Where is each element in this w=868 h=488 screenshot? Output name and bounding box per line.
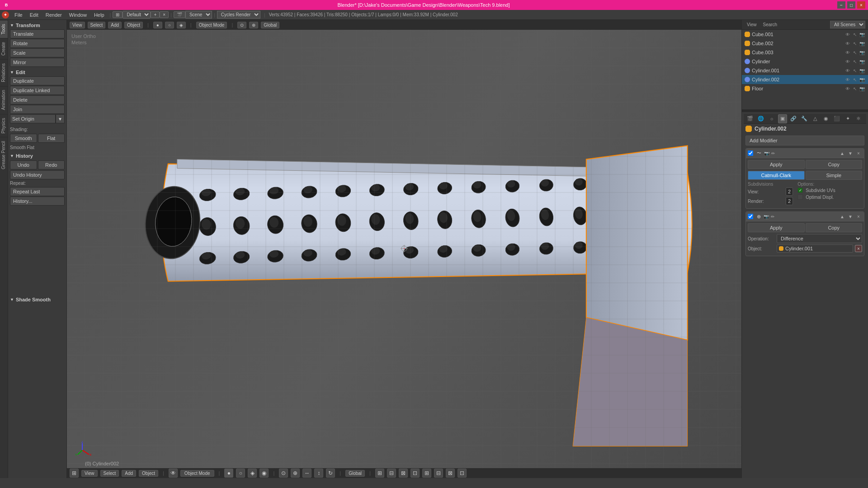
prop-tab-render[interactable]: 🎬 — [745, 114, 755, 123]
translate-button[interactable]: Translate — [10, 29, 65, 38]
menu-file[interactable]: File — [11, 11, 26, 19]
menu-window[interactable]: Window — [66, 11, 90, 19]
layout-icon-btn[interactable]: ⊞ — [113, 11, 123, 18]
vp-footer-snap4[interactable]: ⊡ — [410, 469, 420, 478]
layout-remove-btn[interactable]: × — [160, 11, 169, 18]
cylinder001-cursor[interactable]: ↖ — [852, 67, 858, 74]
subdivision-toggle[interactable] — [748, 150, 753, 156]
cylinder002-vis[interactable]: 👁 — [844, 76, 851, 83]
vp-footer-snap8[interactable]: ⊡ — [458, 469, 467, 478]
operation-select[interactable]: Difference Union Intersect — [777, 234, 862, 243]
layout-select[interactable]: Default — [123, 11, 151, 19]
subdivision-catmull-btn[interactable]: Catmull-Clark — [748, 171, 805, 180]
tab-relations[interactable]: Relations — [0, 59, 8, 86]
outliner-item-cube002[interactable]: Cube.002 👁 ↖ 📷 — [742, 39, 868, 48]
all-scenes-select[interactable]: All Scenes — [830, 21, 865, 28]
outliner-item-cylinder001[interactable]: Cylinder.001 👁 ↖ 📷 — [742, 66, 868, 75]
redo-button[interactable]: Redo — [38, 160, 65, 169]
boolean-apply-btn[interactable]: Apply — [748, 223, 805, 232]
vp-footer-pivot[interactable]: ⊙ — [279, 469, 288, 478]
bool-object-remove-btn[interactable]: × — [855, 245, 862, 252]
prop-tab-data[interactable]: △ — [811, 114, 820, 123]
history-button[interactable]: History... — [10, 197, 65, 206]
vp-footer-solid-icon[interactable]: ● — [224, 469, 233, 478]
vp-tex-btn[interactable]: ◈ — [177, 22, 186, 28]
vp-object-btn[interactable]: Object — [124, 22, 143, 28]
rotate-button[interactable]: Rotate — [10, 39, 65, 48]
prop-tab-modifiers[interactable]: 🔧 — [800, 114, 809, 123]
maximize-button[interactable]: □ — [847, 1, 855, 9]
subdivision-down-btn[interactable]: ▼ — [847, 150, 854, 157]
duplicate-linked-button[interactable]: Duplicate Linked — [10, 86, 65, 95]
tab-tools[interactable]: Tools — [0, 20, 8, 38]
prop-tab-physics[interactable]: ⚛ — [854, 114, 863, 123]
vp-view-btn[interactable]: View — [70, 22, 85, 28]
outliner-view-btn[interactable]: View — [745, 21, 759, 28]
cube001-render[interactable]: 📷 — [859, 31, 865, 38]
view-value[interactable]: 2 — [786, 188, 793, 196]
tab-create[interactable]: Create — [0, 38, 8, 59]
vp-footer-add[interactable]: Add — [122, 470, 136, 477]
scene-select[interactable]: Scene — [185, 11, 212, 19]
outliner-item-cube003[interactable]: Cube.003 👁 ↖ 📷 — [742, 48, 868, 57]
prop-tab-constraints[interactable]: 🔗 — [789, 114, 798, 123]
vp-footer-manip3[interactable]: ↕ — [314, 469, 323, 478]
subdivision-simple-btn[interactable]: Simple — [806, 171, 863, 180]
subdivision-copy-btn[interactable]: Copy — [806, 160, 863, 169]
undo-history-button[interactable]: Undo History — [10, 170, 65, 179]
vp-footer-render-icon[interactable]: ◉ — [259, 469, 269, 478]
cube003-render[interactable]: 📷 — [859, 49, 865, 56]
vp-footer-mat-icon[interactable]: ◈ — [248, 469, 257, 478]
subdivide-uvs-checkbox[interactable]: ✓ — [797, 188, 803, 193]
cylinder-vis[interactable]: 👁 — [844, 58, 851, 65]
add-modifier-button[interactable]: Add Modifier — [745, 136, 864, 145]
floor-render[interactable]: 📷 — [859, 85, 865, 92]
outliner-item-cylinder002[interactable]: Cylinder.002 👁 ↖ 📷 — [742, 75, 868, 84]
vp-snap-btn[interactable]: ⊕ — [249, 22, 258, 28]
vp-footer-global[interactable]: Global — [345, 470, 365, 477]
vp-footer-snap1[interactable]: ⊞ — [375, 469, 384, 478]
vp-global-btn[interactable]: Global — [261, 22, 279, 28]
scale-button[interactable]: Scale — [10, 48, 65, 57]
vp-footer-snap7[interactable]: ⊠ — [446, 469, 455, 478]
vp-add-btn[interactable]: Add — [108, 22, 122, 28]
vp-footer-manip[interactable]: ⊕ — [291, 469, 300, 478]
mirror-button[interactable]: Mirror — [10, 58, 65, 67]
join-button[interactable]: Join — [10, 105, 65, 114]
vp-footer-snap2[interactable]: ⊟ — [387, 469, 396, 478]
vp-footer-mode-icon[interactable]: 👁 — [169, 469, 178, 478]
set-origin-arrow[interactable]: ▼ — [56, 114, 65, 123]
outliner-item-floor[interactable]: Floor 👁 ↖ 📷 — [742, 84, 868, 93]
render-icon-btn[interactable]: 🎬 — [174, 11, 185, 18]
cylinder001-vis[interactable]: 👁 — [844, 67, 851, 74]
vp-footer-select[interactable]: Select — [100, 470, 119, 477]
vp-footer-icon1[interactable]: ⊞ — [70, 469, 79, 478]
repeat-last-button[interactable]: Repeat Last — [10, 187, 65, 196]
vp-proportional-btn[interactable]: ⊙ — [237, 22, 246, 28]
undo-button[interactable]: Undo — [10, 160, 37, 169]
delete-button[interactable]: Delete — [10, 95, 65, 104]
outliner-item-cube001[interactable]: Cube.001 👁 ↖ 📷 — [742, 30, 868, 39]
vp-wire-btn[interactable]: ○ — [165, 22, 174, 28]
vp-footer-manip2[interactable]: ↔ — [302, 469, 311, 478]
menu-render[interactable]: Render — [42, 11, 66, 19]
engine-select[interactable]: Cycles Render — [217, 11, 260, 19]
outliner-search-btn[interactable]: Search — [761, 21, 780, 28]
subdivision-up-btn[interactable]: ▲ — [839, 150, 846, 157]
smooth-button[interactable]: Smooth — [10, 134, 37, 143]
cube002-vis[interactable]: 👁 — [844, 40, 851, 47]
prop-tab-scene[interactable]: 🌐 — [756, 114, 765, 123]
cylinder002-cursor[interactable]: ↖ — [852, 76, 858, 83]
set-origin-button[interactable]: Set Origin — [10, 114, 56, 123]
tab-grease-pencil[interactable]: Grease Pencil — [0, 137, 8, 173]
boolean-copy-btn[interactable]: Copy — [806, 223, 863, 232]
viewport[interactable]: View Select Add Object | ● ○ ◈ | Object … — [67, 20, 741, 478]
boolean-down-btn[interactable]: ▼ — [847, 213, 854, 220]
layout-add-btn[interactable]: + — [151, 11, 160, 18]
prop-tab-world[interactable]: ○ — [767, 114, 776, 123]
transform-header[interactable]: ▼ Transform — [10, 22, 65, 29]
prop-tab-material[interactable]: ◉ — [821, 114, 830, 123]
shade-smooth-header[interactable]: ▼ Shade Smooth — [10, 296, 65, 303]
subdivision-close-btn[interactable]: × — [855, 150, 862, 157]
vp-footer-view[interactable]: View — [81, 470, 98, 477]
